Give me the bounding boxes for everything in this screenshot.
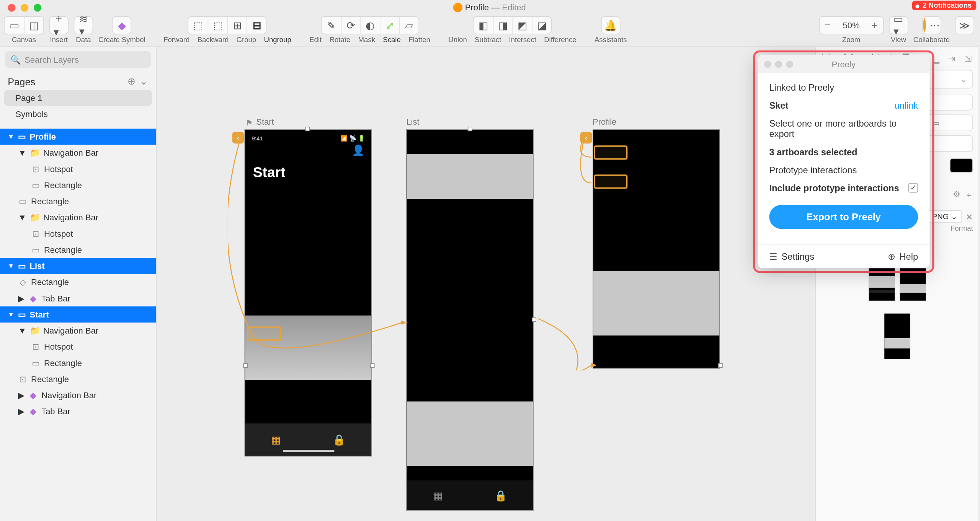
edit-tools-buttons[interactable]: ✎ ⟳ ◐ ⤢ ▱ [321,16,419,34]
notifications-badge[interactable]: 2 Notifications [912,1,976,10]
distribute-h-icon[interactable]: ⇥ [948,54,956,63]
view-label: View [891,36,906,43]
start-title: Start [245,156,372,181]
canvas-area[interactable]: ⚑ Start List Profile 9:41📶 📡 🔋 👤 Start ▦… [157,47,815,521]
preely-proto-label: Prototype interactions [769,165,918,175]
insert-button[interactable]: ＋ ▾ [49,16,69,34]
layer-item[interactable]: ▭Rectangle [0,193,156,209]
search-layers-input[interactable]: 🔍 Search Layers [5,51,151,68]
canvas-toggle-buttons[interactable]: ▭ ◫ [4,16,44,34]
artboard-header-profile[interactable]: ▼▭ Profile [0,129,156,145]
assistants-button[interactable]: 🔔 [601,16,621,34]
artboard-profile[interactable] [593,129,720,368]
pages-chevron-icon[interactable]: ⌄ [140,76,148,87]
hotspot[interactable] [594,174,627,189]
preely-selected-count: 3 artboards selected [769,147,857,157]
artboard-header-start[interactable]: ▼▭ Start [0,306,156,322]
components-mode-icon[interactable]: ◫ [24,17,44,34]
preely-project-name: Sket [769,100,788,111]
preely-settings-link[interactable]: ☰Settings [769,251,814,262]
create-symbol-button[interactable]: ◆ [112,16,132,34]
subtract-icon[interactable]: ◨ [493,17,513,34]
artboard-header-list[interactable]: ▼▭ List [0,258,156,274]
remove-export-icon[interactable]: ✕ [966,212,973,221]
layer-item[interactable]: ⊡Hotspot [0,339,156,355]
rotate-icon[interactable]: ⟳ [341,17,360,34]
zoom-out-button[interactable]: − [820,20,836,31]
layer-item[interactable]: ◇Rectangle [0,274,156,290]
window-titlebar: 🟠 Profile — Edited 2 Notifications [0,0,978,15]
sidebar-toggle-button[interactable]: ≫ [955,16,974,34]
status-bar: 9:41📶 📡 🔋 [245,130,372,142]
add-icon[interactable]: ＋ [965,189,973,201]
edit-icon[interactable]: ✎ [321,17,341,34]
page-item[interactable]: Page 1 [4,90,152,106]
ungroup-icon[interactable]: ⊟ [247,17,266,34]
artboard-start[interactable]: 9:41📶 📡 🔋 👤 Start ▦🔒 [245,129,372,456]
edit-icon[interactable]: ⚙︎ [953,189,960,201]
data-button[interactable]: ≋ ▾ [74,16,93,34]
hotspot[interactable] [247,326,282,340]
tab-bar: ▦🔒 [407,480,533,510]
layer-item[interactable]: ⊡Rectangle [0,371,156,387]
zoom-value: 50% [836,20,866,30]
intersect-icon[interactable]: ◩ [512,17,532,34]
layer-group[interactable]: ▼📁Navigation Bar [0,145,156,161]
zoom-label: Zoom [842,36,861,43]
hotspot[interactable] [594,145,627,160]
artboard-name[interactable]: Profile [593,117,616,127]
artboard-name[interactable]: Start [256,117,274,127]
collaborate-button[interactable]: ⋯ [922,16,941,34]
collaborate-label: Collaborate [913,36,950,43]
layer-group[interactable]: ▼📁Navigation Bar [0,210,156,226]
union-icon[interactable]: ◧ [474,17,493,34]
avatar [923,18,926,32]
zoom-control[interactable]: − 50% ＋ [819,16,884,34]
back-arrow-icon[interactable]: ‹ [232,132,244,143]
page-item[interactable]: Symbols [4,106,152,122]
flag-icon: ⚑ [246,118,253,127]
layer-item[interactable]: ▶◆Tab Bar [0,404,156,420]
layer-item[interactable]: ▶◆Navigation Bar [0,387,156,403]
data-label: Data [76,36,91,43]
fill-swatch[interactable] [950,158,973,173]
layer-item[interactable]: ▭Rectangle [0,242,156,258]
layer-group[interactable]: ▼📁Navigation Bar [0,322,156,339]
preely-include-label: Include prototype interactions [769,183,899,193]
layer-item[interactable]: ▶◆Tab Bar [0,290,156,306]
difference-icon[interactable]: ◪ [532,17,551,34]
layer-item[interactable]: ▭Rectangle [0,355,156,371]
forward-icon[interactable]: ⬚ [189,17,208,34]
mask-icon[interactable]: ◐ [360,17,380,34]
layers-sidebar: 🔍 Search Layers Pages ⊕ ⌄ Page 1 Symbols… [0,47,157,521]
backward-icon[interactable]: ⬚ [208,17,227,34]
preely-select-text: Select one or more artboards to export [769,118,918,139]
export-previews [821,314,973,359]
arrange-buttons[interactable]: ⬚ ⬚ ⊞ ⊟ [188,16,267,34]
scale-icon[interactable]: ⤢ [379,17,399,34]
zoom-in-button[interactable]: ＋ [866,18,883,32]
artboard-name[interactable]: List [406,117,419,127]
preely-include-checkbox[interactable]: ✓ [908,183,918,192]
preely-titlebar: Preely [758,55,930,73]
preely-popover: Preely Linked to Preely Sket unlink Sele… [758,55,930,269]
preely-export-button[interactable]: Export to Preely [769,205,918,229]
back-arrow-icon[interactable]: ‹ [580,132,592,143]
distribute-v-icon[interactable]: ⇲ [965,54,972,63]
layer-item[interactable]: ⊡Hotspot [0,226,156,242]
group-icon[interactable]: ⊞ [227,17,247,34]
canvas-mode-icon[interactable]: ▭ [5,17,24,34]
preely-unlink-link[interactable]: unlink [894,100,918,111]
boolean-ops-buttons[interactable]: ◧ ◨ ◩ ◪ [473,16,552,34]
insert-label: Insert [50,36,68,43]
view-button[interactable]: ▭ ▾ [889,16,908,34]
preely-help-link[interactable]: ⊕Help [888,251,918,262]
canvas-label: Canvas [12,36,36,43]
search-icon: 🔍 [10,55,21,64]
layer-item[interactable]: ⊡Hotspot [0,161,156,177]
layer-item[interactable]: ▭Rectangle [0,177,156,193]
flatten-icon[interactable]: ▱ [399,17,418,34]
main-toolbar: ▭ ◫ Canvas ＋ ▾ Insert ≋ ▾ Data ◆ Create … [0,15,978,47]
add-page-icon[interactable]: ⊕ [127,76,136,87]
artboard-list[interactable]: ▦🔒 [406,129,534,511]
